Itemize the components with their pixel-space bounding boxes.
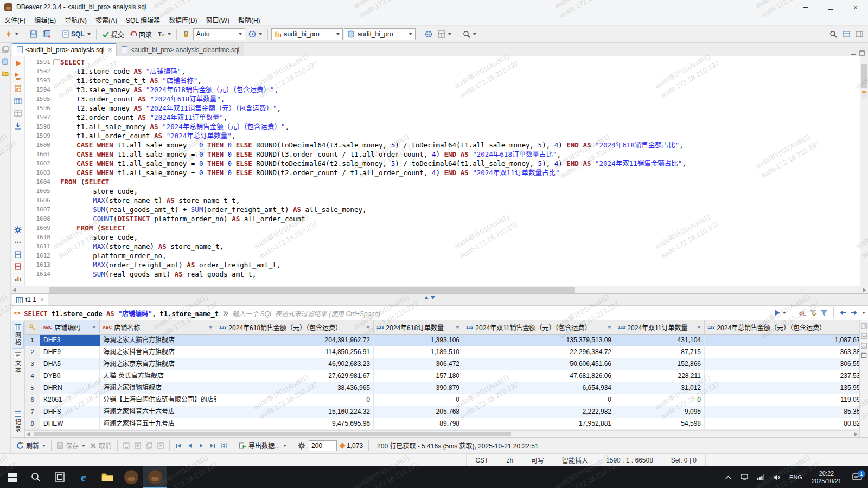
cell[interactable]: 114,850,256.91: [216, 346, 374, 358]
filter-history-back-button[interactable]: [839, 309, 847, 317]
result-tab[interactable]: t1 1 ×: [12, 294, 48, 305]
explain-plan-button[interactable]: [14, 97, 22, 105]
fetch-size-input[interactable]: [309, 440, 337, 451]
menu-item-1[interactable]: 编辑(E): [30, 14, 60, 25]
cell[interactable]: 27,629,981.67: [216, 370, 374, 382]
column-header-1[interactable]: ABC店铺名称: [100, 320, 216, 334]
cell[interactable]: 15,160,224.32: [216, 406, 374, 418]
more-actions-button[interactable]: ⋯: [15, 239, 21, 246]
cell[interactable]: 1,189,510: [374, 346, 463, 358]
cell[interactable]: 47,681,826.06: [463, 370, 615, 382]
cell[interactable]: 157,180: [374, 370, 463, 382]
cell[interactable]: 38,436,965: [216, 382, 374, 394]
transaction-log-button[interactable]: T: [155, 28, 173, 41]
cell[interactable]: 海澜之家抖音六十六号店: [100, 406, 216, 418]
save-result-button[interactable]: 保存: [55, 440, 87, 451]
cell[interactable]: 海澜之家京东官方旗舰店: [100, 358, 216, 370]
previous-page-button[interactable]: [185, 441, 195, 450]
menu-item-5[interactable]: 数据库(D): [164, 14, 202, 25]
database-combo[interactable]: audit_bi_pro: [344, 28, 416, 40]
save-all-button[interactable]: [41, 28, 53, 41]
cell[interactable]: 152,866: [615, 358, 705, 370]
metadata-panel-button[interactable]: [861, 343, 867, 349]
add-row-button[interactable]: [133, 441, 143, 450]
task-view-button[interactable]: [48, 466, 72, 488]
column-header-6[interactable]: 1232024年总销售金额（元）（包含运费）: [705, 320, 859, 334]
row-number[interactable]: 8: [25, 418, 40, 430]
column-header-4[interactable]: 1232024年双11销售金额（元）（包含运费）: [463, 320, 615, 334]
sash-down-icon[interactable]: [431, 296, 435, 299]
cell[interactable]: 海澜之家抖音官方旗舰店: [100, 346, 216, 358]
sql-editor[interactable]: 1591−SELECT1592 t1.store_code AS "店铺编码",…: [25, 56, 860, 286]
open-perspective-button[interactable]: [840, 28, 852, 41]
cell[interactable]: 431,104: [615, 335, 705, 346]
cell[interactable]: 85,356: [705, 406, 859, 418]
commit-mode-combo[interactable]: Auto: [193, 28, 245, 40]
cell[interactable]: DHA5: [40, 358, 100, 370]
restore-panel-button[interactable]: [2, 46, 9, 53]
quick-search-button[interactable]: [827, 28, 839, 41]
cell[interactable]: 1,087,676: [705, 335, 859, 346]
transaction-monitor-button[interactable]: [246, 28, 264, 41]
cell[interactable]: 海澜之家天猫官方旗舰店: [100, 335, 216, 346]
column-dropdown-icon[interactable]: [92, 325, 97, 330]
editor-horizontal-scrollbar[interactable]: [11, 286, 868, 293]
cell[interactable]: 306,553: [705, 358, 859, 370]
edit-filter-button[interactable]: [809, 309, 817, 317]
export-resultset-button[interactable]: [14, 122, 22, 130]
cell[interactable]: 天猫-英氏官方旗舰店: [100, 370, 216, 382]
rollback-button[interactable]: 回滚: [127, 28, 154, 41]
scrollbar-thumb[interactable]: [49, 287, 575, 293]
cell[interactable]: 0: [374, 394, 463, 406]
row-number[interactable]: 2: [25, 346, 40, 358]
dbeaver-app-button-active[interactable]: [143, 466, 167, 488]
network-tray-button[interactable]: [752, 466, 769, 488]
internet-explorer-button[interactable]: e: [72, 466, 95, 488]
cell[interactable]: 119,093: [705, 394, 859, 406]
cell[interactable]: 17,952,881: [463, 418, 615, 430]
value-viewer-panel-button[interactable]: [861, 323, 867, 329]
autocommit-lock-button[interactable]: [180, 28, 192, 41]
connection-combo[interactable]: audit_bi_pro: [271, 28, 343, 40]
project-explorer-button[interactable]: [2, 70, 9, 76]
cell[interactable]: 228,211: [615, 370, 705, 382]
row-number[interactable]: 4: [25, 370, 40, 382]
error-log-button[interactable]: [15, 263, 21, 270]
output-log-button[interactable]: [15, 251, 21, 258]
scrollbar-thumb[interactable]: [34, 432, 511, 436]
cell[interactable]: 0: [463, 394, 615, 406]
sash-up-icon[interactable]: [424, 296, 429, 299]
save-button[interactable]: [28, 28, 40, 41]
scroll-left-icon[interactable]: [27, 432, 30, 436]
execute-new-tab-button[interactable]: [14, 85, 22, 92]
cell[interactable]: 海澜之家抖音五十九号店: [100, 418, 216, 430]
close-tab-icon[interactable]: ×: [108, 46, 112, 54]
result-view-tab-0[interactable]: 网格: [12, 322, 24, 349]
cell[interactable]: 46,902,683.23: [216, 358, 374, 370]
column-dropdown-icon[interactable]: [455, 325, 460, 330]
cell[interactable]: 9,095: [615, 406, 705, 418]
export-data-button[interactable]: 导出数据...: [237, 440, 288, 451]
cell[interactable]: 6,654,934: [463, 382, 615, 394]
layout-button[interactable]: [436, 28, 454, 41]
column-dropdown-icon[interactable]: [208, 325, 213, 330]
minimize-button[interactable]: [793, 0, 818, 14]
cell[interactable]: 2,222,982: [463, 406, 615, 418]
delete-row-button[interactable]: [156, 441, 165, 450]
column-dropdown-icon[interactable]: [366, 325, 371, 330]
cell[interactable]: 135,959: [705, 382, 859, 394]
cell[interactable]: 80,829: [705, 418, 859, 430]
column-dropdown-icon[interactable]: [607, 325, 612, 330]
calc-panel-button[interactable]: [861, 333, 867, 339]
cell[interactable]: 1,393,106: [374, 335, 463, 346]
column-dropdown-icon[interactable]: [697, 325, 701, 330]
cell[interactable]: 54,598: [615, 418, 705, 430]
close-button[interactable]: ×: [843, 0, 868, 14]
dbeaver-app-button[interactable]: [119, 466, 143, 488]
fold-collapse-icon[interactable]: −: [53, 59, 60, 65]
filter-history-forward-button[interactable]: [850, 309, 858, 317]
taskbar-clock[interactable]: 20:222025/10/21: [807, 470, 846, 485]
cell[interactable]: DHE9: [40, 346, 100, 358]
last-page-button[interactable]: [208, 441, 218, 450]
cell[interactable]: 22,296,384.72: [463, 346, 615, 358]
